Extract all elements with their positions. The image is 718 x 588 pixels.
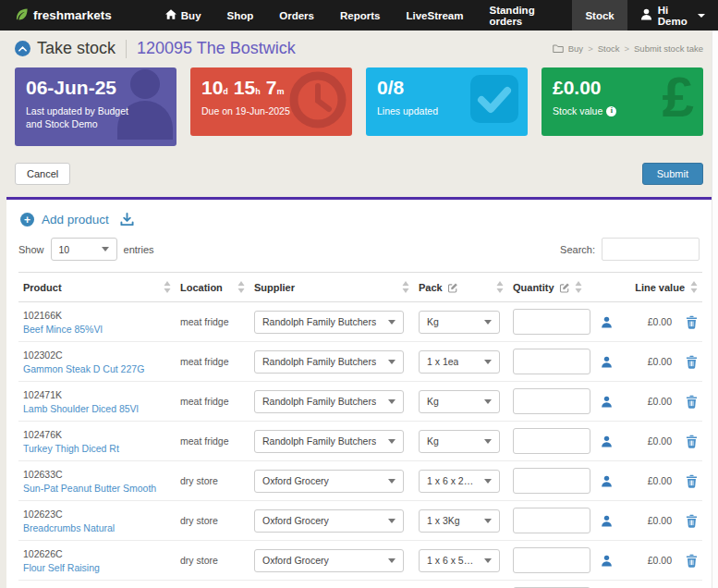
supplier-select[interactable]: Randolph Family Butchers [254, 311, 404, 334]
user-history-icon[interactable] [601, 316, 613, 328]
table-row: 102633C Sun-Pat Peanut Butter Smooth dry… [18, 461, 702, 501]
quantity-input[interactable] [513, 468, 590, 494]
pack-select[interactable]: Kg [419, 430, 500, 453]
info-icon[interactable]: i [606, 106, 616, 116]
location-cell: meat fridge [180, 396, 229, 407]
quantity-input[interactable] [513, 547, 590, 573]
chevron-down-icon [102, 247, 109, 251]
supplier-select[interactable]: Randolph Family Butchers [254, 430, 404, 453]
supplier-select[interactable]: Randolph Family Butchers [254, 350, 404, 374]
quantity-input[interactable] [513, 508, 590, 533]
chevron-down-icon [484, 558, 492, 563]
pack-select[interactable]: Kg [419, 390, 500, 413]
nav-item-standing-orders[interactable]: Standing orders [476, 0, 572, 31]
lines-updated-count: 0/8 [377, 77, 517, 99]
user-history-icon[interactable] [601, 396, 613, 408]
line-value: £0.00 [648, 356, 672, 367]
folder-icon [553, 43, 564, 55]
product-link[interactable]: Beef Mince 85%Vl [23, 324, 171, 335]
user-name: Hi Demo [658, 5, 690, 27]
delete-icon[interactable] [686, 514, 698, 528]
add-product-link[interactable]: Add product [42, 213, 109, 227]
download-icon[interactable] [120, 213, 134, 227]
delete-icon[interactable] [686, 554, 698, 568]
delete-icon[interactable] [686, 474, 698, 488]
quantity-input[interactable] [513, 388, 590, 414]
delete-icon[interactable] [686, 395, 698, 409]
due-label: Due on 19-Jun-2025 [201, 104, 306, 117]
delete-icon[interactable] [686, 355, 698, 369]
show-label: Show [18, 244, 44, 255]
cancel-button[interactable]: Cancel [15, 163, 70, 185]
user-history-icon[interactable] [601, 356, 613, 368]
search-label: Search: [560, 244, 595, 255]
title-separator [126, 40, 127, 58]
breadcrumb-root[interactable]: Buy [568, 43, 583, 54]
user-menu[interactable]: Hi Demo [627, 0, 718, 31]
product-code: 102166K [23, 310, 171, 321]
product-link[interactable]: Turkey Thigh Diced Rt [23, 443, 171, 454]
brand-logo[interactable]: freshmarkets [0, 0, 125, 31]
supplier-select[interactable]: Oxford Grocery [254, 549, 404, 572]
plus-icon[interactable]: + [20, 213, 34, 227]
product-link[interactable]: Lamb Shoulder Diced 85Vl [23, 403, 171, 414]
nav-item-livestream[interactable]: LiveStream [393, 0, 476, 31]
scrollbar[interactable] [712, 31, 718, 588]
pack-select[interactable]: 1 x 6 x 227g [419, 470, 500, 493]
breadcrumb-section[interactable]: Stock [598, 43, 620, 54]
location-cell: meat fridge [180, 435, 229, 447]
nav-item-shop[interactable]: Shop [214, 0, 267, 31]
nav-item-buy[interactable]: Buy [152, 0, 214, 31]
chevron-down-icon [388, 519, 396, 523]
quantity-input[interactable] [513, 309, 590, 335]
breadcrumb-page: Submit stock take [634, 43, 703, 54]
header-quantity[interactable]: Quantity [508, 273, 627, 302]
header-supplier[interactable]: Supplier [249, 273, 414, 302]
user-history-icon[interactable] [601, 515, 613, 527]
collapse-icon[interactable] [15, 41, 30, 56]
pack-select[interactable]: 1 x 3Kg [419, 509, 500, 533]
supplier-select[interactable]: Oxford Grocery [254, 470, 404, 493]
product-link[interactable]: Sun-Pat Peanut Butter Smooth [23, 483, 171, 494]
supplier-select[interactable]: Randolph Family Butchers [254, 390, 404, 413]
delete-icon[interactable] [686, 315, 698, 329]
quantity-input[interactable] [513, 428, 590, 454]
submit-button[interactable]: Submit [642, 163, 703, 185]
page-size-select[interactable]: 10 [51, 238, 117, 261]
table-row: 102623C Breadcrumbs Natural dry store Ox… [18, 501, 702, 541]
stock-table: Product Location Supplier Pack [18, 272, 702, 588]
product-link[interactable]: Gammon Steak D Cut 227G [23, 363, 171, 374]
nav-item-stock[interactable]: Stock [572, 0, 627, 31]
nav-item-orders[interactable]: Orders [266, 0, 327, 31]
header-pack[interactable]: Pack [414, 273, 508, 302]
product-code: 102471K [23, 389, 171, 400]
user-history-icon[interactable] [601, 435, 613, 447]
stock-value-amount: £0.00 [553, 77, 692, 99]
pack-select[interactable]: 1 x 6 x 500g [419, 549, 500, 572]
header-location[interactable]: Location [176, 273, 249, 302]
nav-item-reports[interactable]: Reports [327, 0, 393, 31]
product-code: 102302C [23, 349, 171, 361]
product-code: 102626C [23, 548, 171, 559]
product-link[interactable]: Flour Self Raising [23, 562, 171, 573]
delete-icon[interactable] [686, 435, 698, 448]
user-history-icon[interactable] [601, 555, 613, 567]
pack-select[interactable]: Kg [419, 311, 500, 334]
pack-select[interactable]: 1 x 1ea [419, 350, 500, 374]
chevron-down-icon [484, 519, 492, 523]
sort-icon [164, 281, 171, 293]
edit-icon [447, 282, 458, 293]
supplier-select[interactable]: Oxford Grocery [254, 509, 404, 533]
quantity-input[interactable] [513, 349, 590, 374]
table-row: 102471K Lamb Shoulder Diced 85Vl meat fr… [18, 382, 702, 422]
search-input[interactable] [602, 238, 700, 261]
summary-cards: 06-Jun-25 Last updated by Budget and Sto… [0, 64, 718, 153]
header-line-value[interactable]: Line value [627, 273, 702, 302]
product-link[interactable]: Breadcrumbs Natural [23, 522, 171, 533]
due-card: 10d15h7m Due on 19-Jun-2025 [190, 67, 352, 136]
user-history-icon[interactable] [601, 475, 613, 487]
table-row: 102166K Beef Mince 85%Vl meat fridge Ran… [18, 302, 702, 342]
line-value: £0.00 [648, 435, 672, 447]
header-product[interactable]: Product [18, 273, 176, 302]
location-cell: dry store [180, 475, 218, 486]
